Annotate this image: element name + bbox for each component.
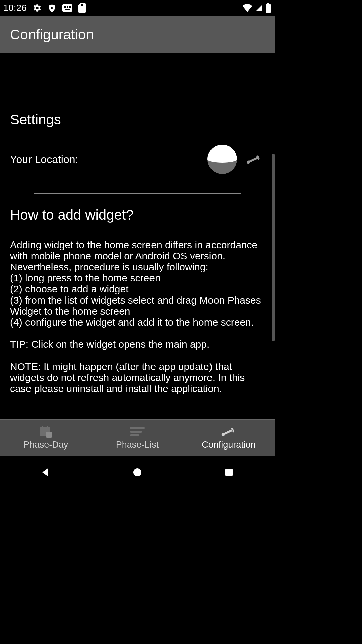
wrench-icon	[221, 426, 237, 438]
svg-rect-25	[46, 432, 52, 438]
location-label: Your Location:	[10, 153, 200, 166]
svg-rect-9	[69, 7, 70, 8]
sd-card-icon	[78, 3, 86, 13]
page-title: Configuration	[10, 26, 94, 43]
recent-apps-button[interactable]	[199, 468, 259, 477]
status-bar-left: 10:26	[3, 3, 86, 13]
svg-rect-11	[65, 9, 70, 10]
scrollbar-thumb[interactable]	[272, 154, 275, 341]
location-settings-button[interactable]	[244, 153, 264, 166]
svg-rect-28	[130, 434, 139, 436]
tab-phase-list[interactable]: Phase-List	[92, 420, 183, 456]
cellular-icon	[255, 4, 263, 12]
svg-rect-4	[69, 6, 70, 7]
tab-configuration[interactable]: Configuration	[183, 420, 275, 456]
status-bar: 10:26	[0, 0, 275, 16]
svg-rect-7	[65, 7, 66, 8]
bottom-nav: Phase-Day Phase-List Configuration	[0, 419, 275, 456]
hemisphere-toggle[interactable]	[207, 144, 238, 175]
app-bar: Configuration	[0, 16, 275, 53]
gear-icon	[33, 4, 42, 12]
svg-rect-32	[225, 469, 233, 476]
svg-rect-22	[42, 426, 43, 428]
svg-rect-8	[67, 7, 68, 8]
svg-rect-14	[84, 4, 84, 6]
list-icon	[130, 426, 145, 438]
wifi-icon	[242, 4, 252, 12]
battery-icon	[266, 3, 271, 13]
tab-label: Configuration	[202, 440, 256, 450]
svg-rect-10	[70, 7, 71, 8]
tab-label: Phase-Day	[23, 440, 68, 450]
svg-rect-1	[64, 6, 65, 7]
settings-heading: Settings	[10, 112, 264, 128]
svg-rect-3	[67, 6, 68, 7]
location-row: Your Location:	[10, 144, 264, 175]
svg-rect-27	[130, 431, 142, 433]
svg-rect-2	[65, 6, 66, 7]
shield-play-icon	[48, 4, 56, 12]
svg-rect-6	[64, 7, 65, 8]
svg-rect-26	[130, 427, 145, 429]
svg-rect-16	[266, 4, 271, 13]
status-bar-right	[242, 3, 271, 13]
wrench-icon	[245, 153, 264, 166]
keyboard-icon	[62, 4, 72, 12]
svg-rect-23	[47, 426, 48, 428]
back-button[interactable]	[16, 467, 76, 477]
svg-point-18	[207, 156, 237, 163]
svg-rect-13	[82, 4, 83, 6]
svg-rect-5	[70, 6, 71, 7]
svg-point-31	[133, 468, 141, 476]
divider	[34, 193, 241, 194]
tab-label: Phase-List	[116, 440, 159, 450]
content-scroll[interactable]: Settings Your Location: How to add widge…	[0, 53, 275, 419]
system-nav-bar	[0, 456, 275, 488]
svg-rect-12	[81, 4, 82, 6]
calendar-icon	[39, 426, 53, 438]
divider	[34, 413, 241, 413]
svg-rect-15	[267, 3, 269, 4]
tab-phase-day[interactable]: Phase-Day	[0, 420, 92, 456]
widget-help-body: Adding widget to the home screen differs…	[10, 239, 264, 394]
widget-help-heading: How to add widget?	[10, 207, 264, 223]
svg-rect-24	[40, 430, 50, 430]
status-time: 10:26	[3, 3, 27, 13]
home-button[interactable]	[107, 467, 168, 477]
